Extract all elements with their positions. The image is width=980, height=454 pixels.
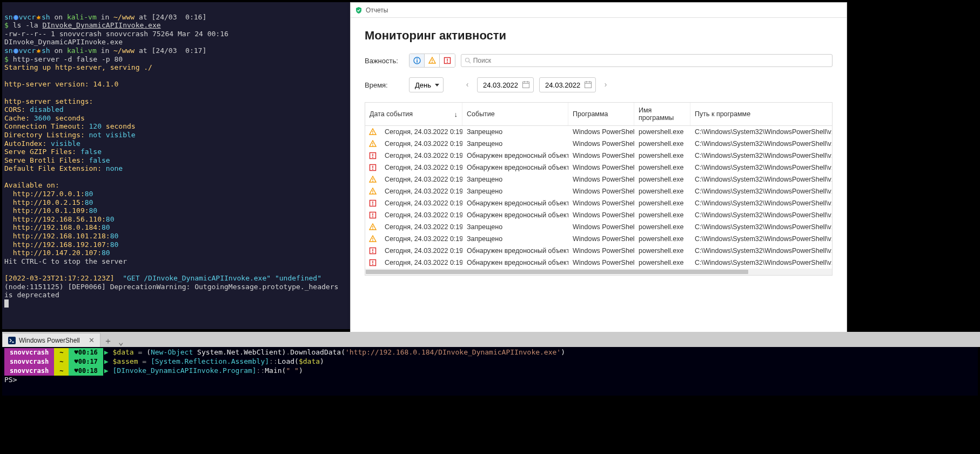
severity-label: Важность: bbox=[365, 57, 404, 65]
table-row[interactable]: Сегодня, 24.03.2022 0:19:49 Обнаружен вр… bbox=[365, 150, 832, 162]
table-row[interactable]: Сегодня, 24.03.2022 0:19:49 Обнаружен вр… bbox=[365, 257, 832, 269]
sort-desc-icon: ↓ bbox=[454, 110, 458, 118]
boom-icon bbox=[36, 48, 42, 54]
th-date[interactable]: Дата события↓ bbox=[365, 103, 462, 125]
cell-progname: powershell.exe bbox=[634, 233, 690, 245]
crit-icon bbox=[365, 162, 380, 173]
table-header: Дата события↓ Событие Программа Имя прог… bbox=[365, 103, 832, 126]
reports-titlebar[interactable]: Отчеты bbox=[351, 3, 847, 18]
boom-icon bbox=[36, 15, 42, 21]
table-body[interactable]: Сегодня, 24.03.2022 0:19:49 Запрещено Wi… bbox=[365, 126, 832, 269]
table-row[interactable]: Сегодня, 24.03.2022 0:19:49 Обнаружен вр… bbox=[365, 162, 832, 173]
startup-line: Starting up http-server, serving ./ bbox=[4, 63, 152, 71]
cell-date: Сегодня, 24.03.2022 0:19:49 bbox=[380, 162, 462, 173]
horizontal-scrollbar[interactable] bbox=[365, 269, 832, 275]
cell-date: Сегодня, 24.03.2022 0:19:49 bbox=[380, 173, 462, 185]
cell-event: Обнаружен вредоносный объект bbox=[462, 257, 568, 269]
date-prev-button[interactable]: ‹ bbox=[463, 81, 472, 89]
svg-point-8 bbox=[432, 62, 433, 63]
info-icon bbox=[413, 57, 421, 64]
cell-progname: powershell.exe bbox=[634, 173, 690, 185]
cell-progname: powershell.exe bbox=[634, 162, 690, 173]
cell-date: Сегодня, 24.03.2022 0:19:49 bbox=[380, 257, 462, 269]
severity-crit-button[interactable] bbox=[440, 54, 455, 67]
severity-info-button[interactable] bbox=[410, 54, 425, 67]
svg-point-25 bbox=[372, 145, 373, 146]
cell-program: Windows PowerShell bbox=[568, 245, 634, 257]
th-event[interactable]: Событие bbox=[462, 103, 568, 125]
svg-point-5 bbox=[417, 58, 418, 59]
search-box[interactable] bbox=[461, 54, 833, 67]
cell-program: Windows PowerShell bbox=[568, 173, 634, 185]
time-period-dropdown[interactable]: День bbox=[409, 77, 444, 92]
cell-event: Обнаружен вредоносный объект bbox=[462, 150, 568, 162]
cell-program: Windows PowerShell bbox=[568, 138, 634, 150]
prompt-user2: vvcr bbox=[19, 13, 36, 21]
deprecation-warning: (node:1151125) [DEP0066] DeprecationWarn… bbox=[4, 283, 343, 299]
severity-warn-button[interactable] bbox=[425, 54, 440, 67]
terminal-output[interactable]: snvvcrsh on kali-vm in ~/www at [24/03 0… bbox=[2, 2, 350, 329]
search-icon bbox=[465, 57, 471, 64]
svg-rect-44 bbox=[372, 238, 373, 240]
tab-powershell[interactable]: Windows PowerShell ✕ bbox=[2, 333, 100, 347]
available-urls: http://127.0.0.1:80 http://10.0.2.15:80 … bbox=[4, 190, 348, 257]
svg-rect-27 bbox=[372, 154, 373, 157]
cell-program: Windows PowerShell bbox=[568, 185, 634, 197]
date-to-input[interactable]: 24.03.2022 bbox=[539, 77, 596, 92]
ps-time-1: 00:16 bbox=[69, 348, 103, 357]
date-from-input[interactable]: 24.03.2022 bbox=[477, 77, 534, 92]
powershell-pane[interactable]: snovvcrash ~ 00:16▶ $data = (New-Object … bbox=[2, 347, 978, 396]
calendar-icon bbox=[522, 81, 530, 89]
prompt-host: kali-vm bbox=[67, 13, 97, 21]
globe-icon bbox=[13, 15, 19, 21]
table-row[interactable]: Сегодня, 24.03.2022 0:19:49 Запрещено Wi… bbox=[365, 185, 832, 197]
cell-program: Windows PowerShell bbox=[568, 221, 634, 233]
cell-date: Сегодня, 24.03.2022 0:19:49 bbox=[380, 233, 462, 245]
cell-event: Обнаружен вредоносный объект bbox=[462, 245, 568, 257]
table-row[interactable]: Сегодня, 24.03.2022 0:19:49 Обнаружен вр… bbox=[365, 209, 832, 221]
table-row[interactable]: Сегодня, 24.03.2022 0:19:49 Обнаружен вр… bbox=[365, 197, 832, 209]
svg-rect-7 bbox=[432, 59, 432, 62]
cell-date: Сегодня, 24.03.2022 0:19:49 bbox=[380, 209, 462, 221]
cell-path: C:\Windows\System32\WindowsPowerShell\v1… bbox=[690, 233, 832, 245]
prompt-in: in bbox=[97, 13, 113, 21]
crit-icon bbox=[365, 150, 380, 162]
th-path[interactable]: Путь к программе bbox=[690, 103, 832, 125]
search-input[interactable] bbox=[473, 57, 829, 64]
tab-dropdown-button[interactable]: ⌄ bbox=[115, 337, 127, 347]
cell-event: Запрещено bbox=[462, 173, 568, 185]
svg-rect-14 bbox=[523, 82, 529, 88]
new-tab-button[interactable]: ＋ bbox=[102, 336, 115, 347]
table-row[interactable]: Сегодня, 24.03.2022 0:19:49 Обнаружен вр… bbox=[365, 245, 832, 257]
warn-icon bbox=[428, 57, 436, 64]
cell-event: Запрещено bbox=[462, 221, 568, 233]
table-row[interactable]: Сегодня, 24.03.2022 0:19:49 Запрещено Wi… bbox=[365, 233, 832, 245]
svg-point-11 bbox=[447, 62, 448, 63]
table-row[interactable]: Сегодня, 24.03.2022 0:19:49 Запрещено Wi… bbox=[365, 173, 832, 185]
th-progname[interactable]: Имя программы bbox=[634, 103, 690, 125]
table-row[interactable]: Сегодня, 24.03.2022 0:19:49 Запрещено Wi… bbox=[365, 221, 832, 233]
date-next-button[interactable]: › bbox=[601, 81, 610, 89]
warn-icon bbox=[365, 221, 380, 233]
tab-close-button[interactable]: ✕ bbox=[89, 336, 95, 344]
reports-heading: Мониторинг активности bbox=[365, 29, 833, 43]
svg-rect-6 bbox=[417, 60, 418, 63]
svg-point-31 bbox=[372, 169, 373, 170]
svg-rect-34 bbox=[372, 190, 373, 192]
prompt-on: on bbox=[50, 13, 67, 21]
cell-date: Сегодня, 24.03.2022 0:19:49 bbox=[380, 126, 462, 138]
table-row[interactable]: Сегодня, 24.03.2022 0:19:49 Запрещено Wi… bbox=[365, 126, 832, 138]
scrollbar-thumb[interactable] bbox=[366, 270, 748, 274]
cell-path: C:\Windows\System32\WindowsPowerShell\v1… bbox=[690, 150, 832, 162]
cell-path: C:\Windows\System32\WindowsPowerShell\v1… bbox=[690, 138, 832, 150]
svg-marker-3 bbox=[36, 49, 41, 54]
svg-rect-32 bbox=[372, 178, 373, 181]
prompt-time-2: [24/03 0:17] bbox=[152, 46, 207, 55]
cell-event: Запрещено bbox=[462, 138, 568, 150]
ps-line-2: snovvcrash ~ 00:17▶ $assem = [System.Ref… bbox=[4, 357, 976, 366]
cell-date: Сегодня, 24.03.2022 0:19:49 bbox=[380, 138, 462, 150]
cell-progname: powershell.exe bbox=[634, 221, 690, 233]
th-program[interactable]: Программа bbox=[568, 103, 634, 125]
table-row[interactable]: Сегодня, 24.03.2022 0:19:49 Запрещено Wi… bbox=[365, 138, 832, 150]
shield-icon bbox=[355, 6, 363, 14]
